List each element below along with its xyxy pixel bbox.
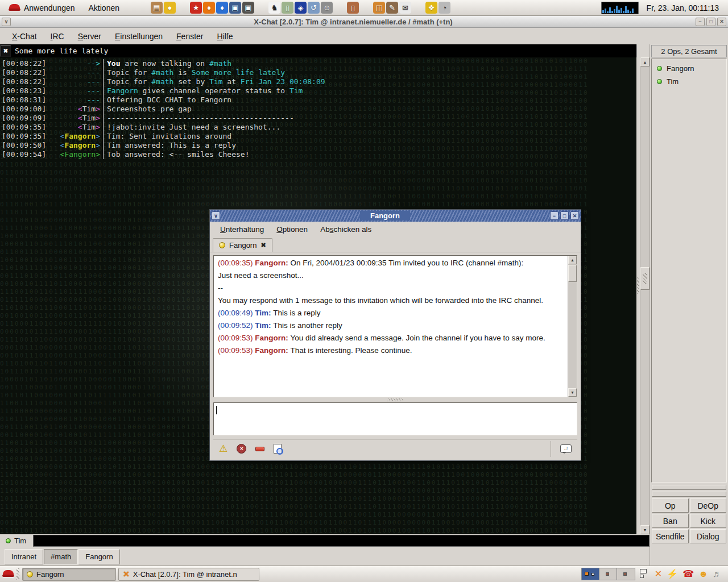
dialog-tab-fangorn[interactable]: Fangorn ✖ [213, 238, 272, 252]
keys-icon[interactable]: ❖ [425, 2, 437, 14]
nick-button[interactable]: Tim [1, 537, 31, 545]
chat-timestamp: [00:09:35] [2, 123, 51, 132]
chat-star-icon[interactable]: ★ [190, 2, 202, 14]
dialog-close-button[interactable]: ✕ [570, 211, 579, 220]
workspace-3-button[interactable] [617, 568, 635, 580]
menu-server[interactable]: Server [72, 29, 107, 44]
workspace-2-button[interactable] [599, 568, 617, 580]
profiler-icon[interactable]: ◔ [439, 2, 450, 14]
dialog-menu-optionen[interactable]: Optionen [271, 223, 313, 236]
menu-einstellungen[interactable]: Einstellungen [109, 29, 169, 44]
channel-tab-math[interactable]: #math [44, 549, 78, 564]
cube-icon[interactable]: ◈ [295, 2, 307, 14]
system-monitor-applet[interactable] [601, 2, 639, 14]
minimize-button[interactable]: − [696, 18, 705, 26]
applications-menu[interactable]: Anwendungen [3, 0, 81, 15]
file-manager-icon[interactable]: ▤ [151, 2, 163, 14]
channel-tab-fangorn[interactable]: Fangorn [78, 549, 119, 564]
remove-icon[interactable] [255, 447, 264, 451]
chat-scrollbar[interactable]: ▲ ▼ [640, 57, 650, 534]
sendfile-button[interactable]: Sendfile [652, 529, 689, 543]
taskbar-redhat-icon[interactable] [3, 570, 14, 578]
dialog-menu-abschicken-als[interactable]: Abschicken als [315, 223, 377, 236]
package-audio-icon[interactable]: ◫ [373, 2, 385, 14]
user-name: Fangorn [667, 64, 694, 73]
flame-icon[interactable]: ♦ [203, 2, 215, 14]
lightning-icon[interactable]: ⚡ [667, 569, 678, 579]
dialog-scrollbar-thumb[interactable] [568, 265, 577, 282]
tab-close-icon[interactable]: ✖ [260, 242, 266, 249]
volume-icon[interactable]: ♬ [713, 569, 722, 579]
close-button[interactable]: ✕ [717, 18, 726, 26]
sync-icon[interactable]: ↺ [308, 2, 320, 14]
nick-status-led-icon [6, 538, 11, 543]
dialog-shade-button[interactable]: ∨ [212, 211, 220, 220]
user-list-item-tim[interactable]: Tim [653, 75, 725, 88]
tux-terminal-icon[interactable]: ▣ [242, 2, 254, 14]
topic-close-button[interactable]: ✖ [1, 45, 11, 57]
dialog-message: You may respond with 1 message to this i… [218, 296, 564, 305]
chat-timestamp: [00:08:22] [2, 77, 51, 86]
window-shade-button[interactable]: ∨ [2, 18, 11, 26]
menu-hilfe[interactable]: Hilfe [211, 29, 239, 44]
chat-scrollbar-thumb[interactable] [640, 267, 650, 290]
dialog-menu-unterhaltung[interactable]: Unterhaltung [214, 223, 270, 236]
panel-clock[interactable]: Fr, 23. Jan, 00:11:13 [641, 3, 725, 13]
kick-button[interactable]: Kick [690, 514, 727, 528]
gimp-icon[interactable]: ✎ [386, 2, 398, 14]
xchat-tray-icon[interactable]: ✕ [655, 569, 662, 579]
typing-notification-icon[interactable]: ..! [560, 444, 572, 453]
ban-button[interactable]: Ban [652, 514, 689, 528]
blue-flame-icon[interactable]: ♦ [216, 2, 228, 14]
user-list[interactable]: FangornTim [651, 59, 727, 483]
xchat-titlebar[interactable]: ∨ X-Chat [2.0.7]: Tim @ intranet.niemuel… [0, 16, 728, 28]
taskbar-grip[interactable] [16, 568, 19, 580]
topic-input[interactable] [11, 44, 636, 57]
topic-bar: ✖ [0, 44, 650, 57]
dialog-button[interactable]: Dialog [690, 529, 727, 543]
user-op-led-icon [657, 66, 662, 71]
buddy-icon[interactable]: ☻ [698, 569, 708, 579]
dialog-scroll-down-icon[interactable]: ▼ [568, 388, 577, 397]
dialog-message-input[interactable] [213, 402, 577, 435]
chat-nick: --> [51, 59, 103, 68]
dialog-message: (00:09:52) Tim: This is another reply [218, 321, 564, 330]
pda-icon[interactable]: ▯ [282, 2, 293, 14]
dialog-tab-label: Fangorn [229, 241, 257, 250]
scroll-up-icon[interactable]: ▲ [640, 57, 650, 66]
workspace-1-button[interactable] [582, 568, 599, 580]
dialog-scrollbar[interactable]: ▲ ▼ [568, 256, 577, 397]
scroll-down-icon[interactable]: ▼ [640, 525, 650, 534]
channel-tab-intranet[interactable]: Intranet [5, 549, 43, 564]
actions-menu[interactable]: Aktionen [83, 0, 125, 15]
chat-log: [00:08:22]-->You are now talking on #mat… [2, 59, 635, 159]
user-list-item-fangorn[interactable]: Fangorn [653, 62, 725, 75]
task-button-fangorn[interactable]: Fangorn [22, 568, 116, 581]
dialog-scroll-up-icon[interactable]: ▲ [568, 256, 577, 264]
user-action-buttons: OpDeOpBanKickSendfileDialog [650, 497, 728, 545]
warning-icon[interactable]: ⚠ [219, 444, 228, 454]
deop-button[interactable]: DeOp [690, 498, 727, 513]
chat-message-input[interactable] [33, 535, 650, 547]
handheld-icon[interactable]: ▯ [347, 2, 359, 14]
menu-x-chat[interactable]: X-Chat [6, 29, 43, 44]
terminal-icon[interactable]: ▣ [229, 2, 241, 14]
task-button-x-chat-2-0-7-tim-intranet-n[interactable]: ✕X-Chat [2.0.7]: Tim @ intranet.n [118, 568, 259, 581]
monkey-icon[interactable]: ☺ [321, 2, 333, 14]
keyring-lock-icon[interactable]: ● [164, 2, 176, 14]
op-button[interactable]: Op [652, 498, 689, 513]
maximize-button[interactable]: □ [706, 18, 715, 26]
block-user-icon[interactable]: ✕ [237, 444, 246, 454]
view-log-icon[interactable] [274, 444, 282, 454]
menu-fenster[interactable]: Fenster [170, 29, 209, 44]
dialog-message-log[interactable]: (00:09:35) Fangorn: On Fri, 2004/01/23 0… [214, 256, 568, 397]
menu-irc[interactable]: IRC [44, 29, 71, 44]
phone-icon[interactable]: ☎ [682, 569, 694, 579]
dialog-titlebar[interactable]: ∨ Fangorn − □ ✕ [210, 210, 581, 222]
chat-nick: --- [51, 86, 103, 95]
horse-icon[interactable]: ♞ [268, 2, 280, 14]
mail-compose-icon[interactable]: ✉ [399, 2, 411, 14]
pager-icon[interactable] [639, 568, 648, 580]
dialog-maximize-button[interactable]: □ [560, 211, 569, 220]
dialog-minimize-button[interactable]: − [550, 211, 559, 220]
